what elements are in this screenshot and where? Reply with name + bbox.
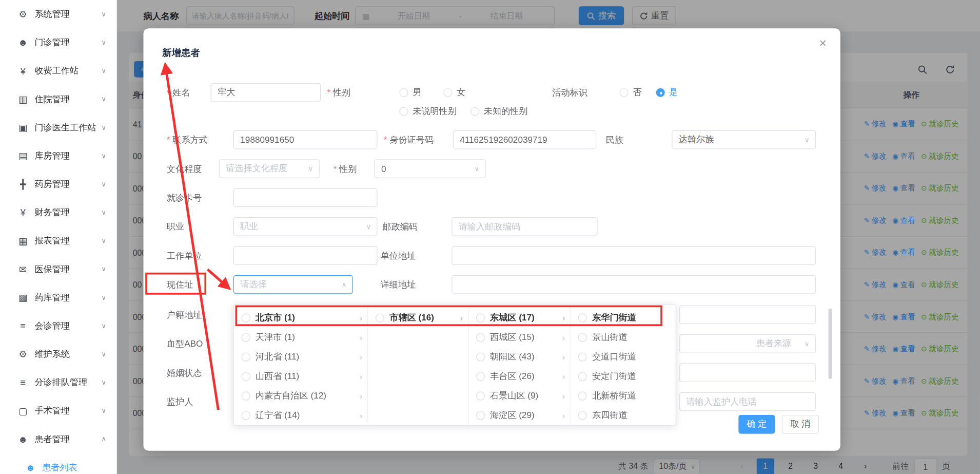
cascader-street-option[interactable]: 安定门街道 › [571,366,675,386]
blood-type-label: 血型ABO [167,334,203,353]
chevron-icon [101,350,106,358]
confirm-button[interactable]: 确 定 [738,415,775,434]
sidebar-item[interactable]: ☻ 门诊管理 [0,28,116,56]
sidebar-item[interactable]: ¥ 财务管理 [0,198,116,226]
chevron-down-icon: ∨ [474,160,479,177]
id-number-label: 身份证号码 [384,130,434,149]
chevron-icon [101,10,106,18]
chevron-icon [101,208,106,217]
chevron-right-icon: › [562,371,565,382]
unit-address-input[interactable] [452,246,816,265]
work-unit-input[interactable] [233,246,378,265]
detail-address-label: 详细地址 [381,275,416,294]
occupation-select[interactable]: 职业 ∨ [233,217,378,236]
gender-radio-female[interactable]: 女 [443,83,465,102]
sidebar-item[interactable]: ⚙ 系统管理 [0,0,116,28]
sidebar-item[interactable]: ≡ 会诊管理 [0,312,116,340]
name-label: 姓名 [167,83,190,102]
cascader-district-option[interactable]: 朝阳区 (43) › [468,347,570,366]
cascader-district-option[interactable]: 西城区 (15) › [468,327,570,347]
cascader-city-option[interactable]: 市辖区 (16) › [368,308,468,327]
radio-icon [242,313,250,322]
sidebar-item[interactable]: ▥ 住院管理 [0,85,116,113]
chevron-icon [101,151,106,160]
cascader-street-column: 东华门街道 › 景山街道 › 交道口街道 › [571,305,675,425]
chevron-up-icon: ∧ [342,276,347,293]
sidebar-item[interactable]: ☻ 患者管理 [0,425,116,453]
radio-icon [242,391,250,400]
marital-right-input[interactable] [679,363,816,382]
mail-icon: ✉ [17,263,28,275]
visit-card-input[interactable] [233,188,378,207]
household-right-input[interactable] [679,306,816,325]
active-flag-radio-yes[interactable]: 是 [656,83,678,102]
yen-icon: ¥ [17,65,28,76]
close-icon[interactable]: × [819,36,827,50]
chevron-right-icon: › [360,371,363,382]
queue-icon: ≡ [17,377,28,388]
radio-icon [620,88,629,97]
cascader-province-option[interactable]: 天津市 (1) › [234,327,367,347]
cascader-street-option[interactable]: 东四街道 › [571,405,675,425]
radio-icon [471,107,479,116]
cancel-button[interactable]: 取 消 [782,415,819,434]
chevron-right-icon: › [360,391,363,401]
education-select[interactable]: 请选择文化程度 ∨ [219,159,320,178]
cascader-province-option[interactable]: 河北省 (11) › [234,347,367,366]
cascader-district-option[interactable]: 石景山区 (9) › [468,386,570,405]
sidebar-item[interactable]: ╋ 药房管理 [0,170,116,198]
radio-icon [578,352,587,361]
cascader-province-option[interactable]: 山西省 (11) › [234,366,367,386]
contact-label: 联系方式 [167,130,208,149]
sidebar-item[interactable]: ✉ 医保管理 [0,255,116,283]
tool-icon: ⚙ [17,349,28,360]
cascader-district-option[interactable]: 海淀区 (29) › [468,405,570,425]
postal-code-input[interactable] [452,217,597,236]
name-input[interactable] [211,83,321,102]
radio-icon [578,333,587,342]
gear-icon: ⚙ [17,9,28,20]
gender-radio-male[interactable]: 男 [399,83,421,102]
sidebar-item[interactable]: ▣ 门诊医生工作站 [0,113,116,142]
radio-icon [242,352,250,361]
sidebar-item[interactable]: ≡ 分诊排队管理 [0,368,116,396]
sidebar-subitem-patient-list[interactable]: ☻ 患者列表 [0,453,116,474]
guardian-phone-input[interactable] [679,392,816,411]
cascader-street-option[interactable]: 东华门街道 › [571,308,675,327]
radio-icon [578,391,587,400]
modal-scrollbar-thumb[interactable] [829,309,832,379]
sidebar-item[interactable]: ▩ 药库管理 [0,283,116,312]
gender-code-select[interactable]: 0 ∨ [374,159,485,178]
chevron-icon [101,39,106,47]
detail-address-input[interactable] [452,275,816,294]
sidebar-item[interactable]: ▤ 库房管理 [0,142,116,170]
cascader-province-option[interactable]: 北京市 (1) › [234,308,367,327]
ethnicity-select[interactable]: 达斡尔族 ∨ [672,130,816,149]
radio-icon [242,372,250,381]
sidebar-item[interactable]: ▢ 手术管理 [0,396,116,425]
cascader-street-option[interactable]: 北新桥街道 › [571,386,675,405]
id-number-input[interactable] [453,130,597,149]
current-address-cascader[interactable]: 请选择 ∧ [233,275,353,294]
chevron-right-icon: › [562,410,565,421]
cascader-street-option[interactable]: 景山街道 › [571,327,675,347]
sidebar-item[interactable]: ▦ 报表管理 [0,226,116,255]
patient-source-select[interactable]: 患者来源 ∨ [679,334,816,353]
cascader-district-option[interactable]: 东城区 (17) › [468,308,570,327]
sidebar-item[interactable]: ¥ 收费工作站 [0,56,116,85]
people-icon: ☻ [17,37,28,48]
active-flag-radio-no[interactable]: 否 [620,83,642,102]
yen-icon: ¥ [17,207,28,218]
cascader-province-option[interactable]: 辽宁省 (14) › [234,405,367,425]
cascader-province-column: 北京市 (1) › 天津市 (1) › 河北省 (11) › [234,305,368,425]
chevron-icon [101,435,106,443]
contact-input[interactable] [233,130,378,149]
cascader-province-option[interactable]: 内蒙古自治区 (12) › [234,386,367,405]
gender-radio-unknown[interactable]: 未知的性别 [471,102,528,121]
cascader-street-option[interactable]: 交道口街道 › [571,347,675,366]
gender-radio-unstated[interactable]: 未说明性别 [399,102,457,121]
radio-checked-icon [656,88,665,97]
sidebar-item[interactable]: ⚙ 维护系统 [0,340,116,368]
chevron-icon [101,95,106,103]
cascader-district-option[interactable]: 丰台区 (26) › [468,366,570,386]
